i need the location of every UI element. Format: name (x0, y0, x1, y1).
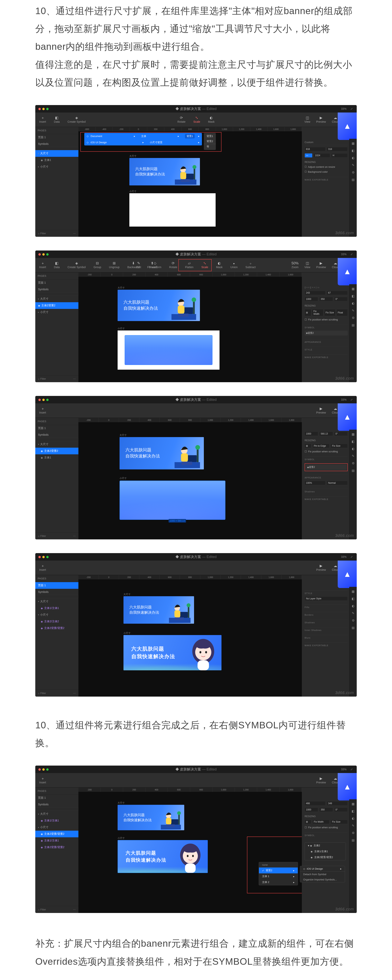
insert-dropdown[interactable]: ◇Document▸主体▸背景1▸ ◇iOS UI Design▸小尺寸背景▸ (84, 133, 202, 145)
layer-small[interactable]: ▸小尺寸 (35, 164, 78, 170)
doc-title: ◆ 皮肤解决方案 — Edited (175, 107, 217, 111)
svg-point-6 (193, 165, 196, 169)
tool-rotate[interactable]: ⟳Rotate (177, 116, 185, 123)
artboard-small-empty[interactable] (129, 193, 215, 227)
paragraph-10c: 10、通过组件将元素进行组合完成之后，在右侧SYMBOL内可进行组件替换。 (35, 716, 357, 752)
zoom-value[interactable]: 33% (341, 105, 347, 113)
layers-panel[interactable]: PAGES 页面 1 Symbols ▾大尺寸 ◈ 主体1 ▸小尺寸 ⌕ Fil… (35, 127, 78, 237)
tool-data[interactable]: ◧Data (54, 116, 60, 123)
svg-point-13 (192, 298, 196, 302)
svg-rect-18 (182, 461, 192, 465)
layer-bg2-selected[interactable]: ◈ 主体2背景/背景2 (35, 830, 78, 837)
app-brand-icon: ▲ (338, 113, 357, 140)
app-screenshot-2: ◆ 皮肤解决方案 — Edited33%⤢ ＋Insert ◧Data ◈Cre… (35, 250, 357, 382)
right-sidebar-icons[interactable]: ▦◧◐✎⚙▤ (349, 139, 357, 237)
filter-label[interactable]: ⌕ Filter (38, 232, 46, 235)
symbol-switch-menu[interactable]: none ✓背景2▸ 主体 1▸ 主体 2▸ (259, 862, 298, 885)
tool-insert[interactable]: ＋Insert (39, 116, 46, 123)
pages-header: PAGES (35, 127, 78, 134)
expand-icon[interactable]: ⤢ (351, 105, 353, 113)
dd-smallbg[interactable]: 小尺寸背景 (150, 141, 163, 144)
svg-rect-5 (194, 168, 195, 180)
wave-bg-selected[interactable] (125, 335, 212, 365)
watermark: 3d66.com (335, 231, 354, 235)
artboard-label-small: 小尺寸 (129, 190, 136, 193)
girl-illustration-icon (188, 637, 218, 670)
tool-create-symbol[interactable]: ◈Create Symbol (68, 116, 86, 123)
svg-rect-11 (178, 313, 188, 317)
symbols-item[interactable]: Symbols (35, 141, 78, 147)
dd-document[interactable]: Document (91, 135, 102, 138)
highlight-symbol-field: ◈ 背景2 (304, 463, 348, 471)
svg-rect-1 (186, 173, 194, 180)
section-exportable[interactable]: MAKE EXPORTABLE (304, 177, 348, 181)
artboard-small[interactable] (118, 331, 220, 370)
inspector-tab[interactable]: Custom (304, 141, 313, 144)
highlight-scale-tool (178, 259, 212, 271)
tool-preview[interactable]: ▶Preview (316, 116, 326, 123)
inspector-panel[interactable]: ▲ ▦◧◐✎⚙▤ Custom 816318 ▭1024H RESIZING ☐… (302, 127, 357, 237)
tool-view[interactable]: ◫View (304, 116, 310, 123)
svg-rect-24 (174, 610, 180, 617)
svg-rect-8 (184, 307, 193, 314)
banner-small-composed[interactable]: 六大肌肤问题自我快速解决办法 (123, 635, 221, 670)
toolbar: ＋Insert ◧Data ◈Create Symbol ⟳Rotate ⤡Sc… (35, 113, 357, 127)
window-controls[interactable] (38, 108, 49, 110)
overrides-tree[interactable]: ▾ ◈主体2 ◈主体1/主体1 ◈主体2背景/背景2 (304, 842, 346, 861)
svg-rect-12 (193, 301, 195, 314)
section-resizing: RESIZING (304, 161, 348, 164)
app-screenshot-5: ◆ 皮肤解决方案 — Edited33%⤢ ＋Insert▶Preview☁Cl… (35, 765, 357, 913)
svg-rect-3 (180, 172, 186, 179)
canvas[interactable]: -600-400-20002004006008001,0001,2001,400… (78, 127, 302, 237)
v-icon-1: ▦ (352, 142, 355, 145)
dd-ios[interactable]: iOS UI Design (91, 141, 107, 144)
svg-rect-17 (181, 453, 188, 461)
opt-bgcolor[interactable]: Background color (308, 170, 328, 173)
layer-main-bg-sel[interactable]: ◈ 主体2背景2 (35, 302, 78, 309)
svg-rect-37 (166, 824, 175, 827)
tool-scale[interactable]: ⤡Scale (193, 116, 200, 123)
paragraph-10b: 值得注意的是，在尺寸扩展时，需要提前注意主尺寸与扩展尺寸的比例大小以及位置问题，… (35, 56, 357, 91)
svg-rect-26 (188, 606, 189, 618)
page-item[interactable]: 页面 1 (35, 134, 78, 141)
ruler: -600-400-20002004006008001,0001,2001,400… (78, 127, 302, 131)
dd-main[interactable]: 主体 (141, 134, 146, 138)
svg-point-20 (195, 445, 200, 450)
app-screenshot-3: ◆ 皮肤解决方案 — Edited33%⤢ ＋Insert ▶Preview☁C… (35, 396, 357, 539)
svg-rect-36 (166, 818, 172, 824)
app-screenshot-4: ◆ 皮肤解决方案 — Edited33%⤢ ＋Insert▶Preview☁Cl… (35, 553, 357, 697)
sketch-logo-icon: ◆ (175, 107, 180, 111)
svg-point-30 (199, 651, 201, 654)
svg-rect-22 (180, 612, 188, 618)
svg-rect-10 (178, 305, 185, 313)
artboard-label-big: 大尺寸 (129, 154, 136, 158)
titlebar: ◆ 皮肤解决方案 — Edited 33%⤢ (35, 105, 357, 113)
svg-point-39 (177, 811, 181, 815)
svg-rect-32 (198, 660, 209, 670)
dd-submenu[interactable]: 背景1 背景2 等 (204, 133, 216, 150)
svg-rect-19 (197, 448, 199, 462)
svg-rect-25 (175, 617, 184, 620)
paragraph-10a: 10、通过组件进行尺寸扩展，在组件库里选择"主体"相对应banner的组成部分，… (35, 0, 357, 56)
tool-mask[interactable]: ◐Mask (208, 116, 214, 123)
field-w[interactable]: 816 (304, 147, 325, 151)
banner-artboard-big[interactable]: 六大肌肤问题自我快速解决办法 (129, 158, 200, 185)
svg-rect-34 (171, 819, 178, 825)
svg-point-42 (187, 855, 188, 857)
layer-big[interactable]: ▾大尺寸 (35, 150, 78, 157)
size-badge: 1000 × 580.13 (169, 519, 186, 523)
opt-adjust[interactable]: Adjust content on resize (308, 165, 335, 169)
app-screenshot-1: ◆ 皮肤解决方案 — Edited 33%⤢ ＋Insert ◧Data ◈Cr… (35, 105, 357, 237)
wave-artboard-selected[interactable] (120, 480, 225, 520)
field-h[interactable]: 318 (327, 147, 348, 151)
svg-point-27 (186, 603, 191, 607)
symbol-switch-submenu[interactable]: ◇iOS UI Design▸ Detach from Symbol Organ… (300, 866, 345, 882)
svg-rect-38 (178, 814, 180, 825)
svg-rect-44 (185, 864, 196, 873)
layer-bg-selected[interactable]: ◈ 主体2背景2 (35, 448, 78, 454)
layer-main1[interactable]: ◈ 主体1 (35, 157, 78, 164)
svg-rect-15 (188, 455, 197, 462)
svg-point-31 (205, 651, 207, 654)
svg-rect-4 (181, 179, 190, 182)
dd-bg1[interactable]: 背景1 (185, 134, 194, 138)
